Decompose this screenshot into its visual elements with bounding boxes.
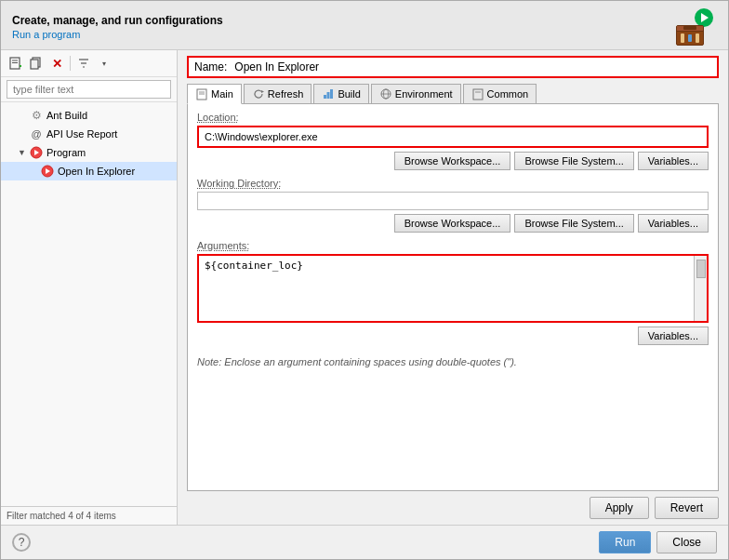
svg-rect-18	[324, 95, 326, 99]
environment-tab-label: Environment	[395, 88, 453, 100]
location-field-wrapper	[197, 126, 709, 148]
apply-button[interactable]: Apply	[590, 497, 649, 519]
tab-content-main: Location: Browse Workspace... Browse Fil…	[187, 104, 719, 491]
toolbox-body-icon	[676, 25, 704, 46]
common-tab-icon	[471, 87, 484, 100]
arguments-section: Arguments: ${container_loc} Variables...…	[197, 240, 709, 371]
build-tab-label: Build	[338, 88, 360, 100]
svg-rect-6	[31, 60, 38, 69]
arguments-btn-row: Variables...	[197, 327, 709, 345]
close-button[interactable]: Close	[656, 531, 717, 553]
explorer-label: Open In Explorer	[58, 166, 135, 177]
dialog-footer: ? Run Close	[1, 525, 728, 559]
help-icon[interactable]: ?	[12, 533, 31, 552]
tree-arrow-program: ▼	[18, 148, 29, 157]
config-tree: ⚙ Ant Build @ API Use Report ▼	[1, 102, 177, 506]
scrollbar-thumb	[696, 260, 706, 278]
svg-rect-19	[327, 92, 330, 99]
api-report-icon: @	[29, 127, 44, 141]
filter-dropdown-button[interactable]: ▾	[95, 54, 113, 73]
tree-item-api[interactable]: @ API Use Report	[1, 125, 177, 143]
location-input[interactable]	[199, 127, 707, 146]
toolbox-handle-icon	[683, 26, 696, 30]
variables-1-button[interactable]: Variables...	[638, 152, 709, 170]
browse-filesystem-1-button[interactable]: Browse File System...	[514, 152, 633, 170]
program-icon	[29, 145, 44, 160]
main-tab-label: Main	[211, 88, 233, 100]
dialog-header: Create, manage, and run configurations R…	[1, 1, 728, 50]
ant-build-label: Ant Build	[46, 110, 87, 121]
play-triangle-icon	[701, 13, 709, 22]
panel-footer-buttons: Apply Revert	[187, 491, 719, 519]
tree-item-explorer[interactable]: Open In Explorer	[1, 162, 177, 180]
location-section: Location: Browse Workspace... Browse Fil…	[197, 112, 709, 170]
working-directory-section: Working Directory: Browse Workspace... B…	[197, 178, 709, 233]
arguments-label: Arguments:	[197, 240, 709, 251]
arguments-textarea[interactable]: ${container_loc}	[199, 256, 694, 321]
svg-rect-14	[197, 89, 206, 100]
toolbar-separator	[70, 56, 71, 71]
explorer-icon	[40, 164, 55, 179]
tab-refresh[interactable]: Refresh	[244, 84, 312, 103]
arguments-scrollbar	[694, 256, 707, 321]
tab-build[interactable]: Build	[313, 84, 368, 103]
tab-environment[interactable]: Environment	[371, 84, 461, 103]
build-tab-icon	[322, 87, 335, 100]
footer-left: ?	[12, 533, 31, 552]
variables-3-button[interactable]: Variables...	[638, 327, 709, 345]
filter-input[interactable]	[7, 80, 171, 99]
variables-2-button[interactable]: Variables...	[638, 214, 709, 233]
filter-container	[1, 77, 177, 102]
play-button-icon	[695, 8, 713, 27]
tree-item-program[interactable]: ▼ Program	[1, 143, 177, 162]
tool2-icon	[688, 34, 692, 42]
location-label: Location:	[197, 112, 709, 123]
toolbox-tools-icon	[677, 33, 703, 44]
working-dir-btn-row: Browse Workspace... Browse File System..…	[197, 214, 709, 233]
tree-toolbar: ✕ ▾	[1, 50, 177, 77]
tool3-icon	[696, 33, 699, 43]
api-report-label: API Use Report	[46, 128, 117, 140]
right-panel: Name: Open In Explorer Main Refresh	[178, 50, 728, 525]
ant-build-icon: ⚙	[29, 108, 44, 123]
left-panel: ✕ ▾ ⚙ Ant Build	[1, 50, 178, 525]
run-configurations-icon	[672, 8, 717, 46]
dialog-title: Create, manage, and run configurations	[12, 14, 223, 27]
name-value: Open In Explorer	[234, 60, 319, 73]
browse-workspace-2-button[interactable]: Browse Workspace...	[394, 214, 511, 233]
program-label: Program	[46, 147, 86, 158]
delete-config-button[interactable]: ✕	[47, 54, 66, 73]
tab-common[interactable]: Common	[463, 84, 537, 103]
tool1-icon	[681, 33, 684, 43]
dialog-content: ✕ ▾ ⚙ Ant Build	[1, 50, 728, 525]
location-btn-row: Browse Workspace... Browse File System..…	[197, 152, 709, 170]
run-icon	[676, 8, 713, 46]
browse-filesystem-2-button[interactable]: Browse File System...	[514, 214, 633, 233]
browse-workspace-1-button[interactable]: Browse Workspace...	[394, 152, 511, 170]
new-config-button[interactable]	[7, 54, 25, 73]
toolbox-top-icon	[677, 26, 703, 32]
svg-marker-17	[261, 90, 264, 93]
revert-button[interactable]: Revert	[655, 497, 719, 519]
refresh-tab-icon	[252, 87, 265, 100]
environment-tab-icon	[379, 87, 392, 100]
name-field-row: Name: Open In Explorer	[187, 56, 719, 78]
note-text: Note: Enclose an argument containing spa…	[197, 353, 709, 371]
svg-rect-20	[330, 89, 333, 99]
common-tab-label: Common	[487, 88, 529, 100]
dialog-header-left: Create, manage, and run configurations R…	[12, 14, 223, 40]
name-label: Name:	[194, 60, 227, 73]
main-tab-icon	[195, 87, 208, 100]
arguments-field-wrapper: ${container_loc}	[197, 254, 709, 323]
tree-item-ant[interactable]: ⚙ Ant Build	[1, 106, 177, 125]
filter-button[interactable]	[74, 54, 93, 73]
copy-config-button[interactable]	[27, 54, 46, 73]
working-directory-input[interactable]	[198, 193, 708, 209]
run-button[interactable]: Run	[599, 531, 651, 553]
svg-rect-24	[473, 89, 483, 100]
footer-right: Run Close	[599, 531, 717, 553]
tab-main[interactable]: Main	[187, 84, 242, 104]
dialog-subtitle: Run a program	[12, 29, 223, 40]
working-directory-label: Working Directory:	[197, 178, 709, 189]
tabs-row: Main Refresh Build	[187, 84, 719, 104]
